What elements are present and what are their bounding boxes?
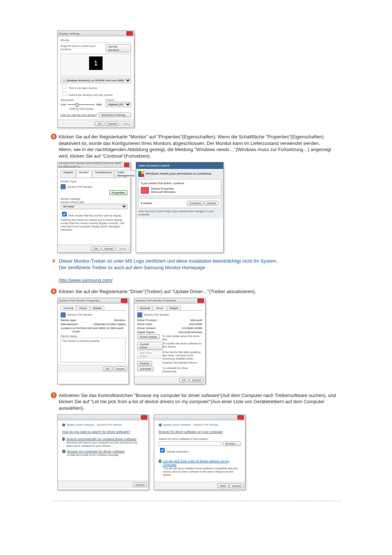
driver-properties-window: Generic PnP Monitor Properties General D… — [134, 298, 205, 384]
subfolders-checkbox[interactable] — [160, 448, 165, 453]
label-main: This is my main monitor — [69, 86, 97, 90]
refresh-dropdown[interactable]: 60 Hertz — [61, 204, 127, 209]
prov-label: Driver Provider: — [137, 319, 158, 322]
main-monitor-checkbox — [62, 84, 67, 89]
next-button[interactable]: Next — [217, 483, 228, 488]
tab-color-mgmt[interactable]: Color Management — [115, 170, 137, 178]
wizard-heading: Browse for driver software on your compu… — [159, 430, 241, 434]
date-value: 6/21/2006 — [189, 323, 202, 326]
rollback-button[interactable]: Roll Back Driver — [137, 351, 163, 358]
device-name: Generic PnP Monitor — [144, 313, 169, 316]
display-dropdown[interactable]: 1. (Multiple Monitors) on NVIDIA GeForce… — [61, 78, 131, 83]
uninstall-button[interactable]: Uninstall — [137, 366, 154, 371]
ver-value: 6.0.6000.16386 — [182, 327, 202, 330]
path-label: Search for driver software in this locat… — [159, 437, 241, 441]
tab-monitor[interactable]: Monitor — [77, 170, 91, 178]
browse-button[interactable]: Browse… — [223, 441, 241, 446]
breadcrumb: ⬤ Update Driver Software - Generic PnP M… — [159, 423, 241, 426]
hide-description: Clearing this check box allows you to se… — [61, 218, 127, 231]
ok-button[interactable]: OK — [95, 121, 104, 126]
tab-adapter[interactable]: Adapter — [61, 170, 76, 178]
dt-value: Monitors — [114, 319, 126, 322]
cancel-button[interactable]: Cancel — [189, 378, 204, 382]
mf-label: Manufacturer: — [61, 323, 78, 326]
tab-driver[interactable]: Driver — [153, 306, 166, 310]
ok-button[interactable]: OK — [91, 246, 101, 251]
subf-label: Include subfolders — [167, 450, 189, 453]
extend-checkbox — [62, 91, 67, 96]
ok-button[interactable]: OK — [103, 366, 112, 371]
section-monitor-settings: Monitor Settings — [61, 197, 127, 200]
uac-started: If you started this action, continue. — [141, 182, 219, 185]
close-icon[interactable] — [197, 299, 204, 303]
step6-text: Klicken Sie auf der Registerkarte "Drive… — [59, 288, 341, 295]
close-icon[interactable] — [237, 415, 244, 420]
res-label: Resolution: — [61, 98, 102, 102]
label-extend: Extend the desktop onto this monitor — [69, 93, 113, 97]
path-input[interactable] — [159, 441, 221, 446]
arrow-icon: → — [159, 459, 162, 463]
shield-icon — [138, 171, 144, 177]
cancel-button[interactable]: Cancel — [105, 121, 119, 126]
disable-button[interactable]: Disable — [137, 361, 152, 366]
res-value: 1280 by 1024 pixels — [61, 107, 102, 110]
option-pick-list[interactable]: Let me pick from a list of device driver… — [163, 459, 241, 477]
note-text: Dieser Monitor-Treiber ist unter MS Logo… — [59, 258, 341, 283]
samsung-link[interactable]: http://www.samsung.com/ — [59, 278, 113, 283]
properties-button[interactable]: Properties — [109, 190, 127, 195]
device-name: Generic PnP Monitor — [67, 313, 92, 316]
hide-modes-checkbox[interactable] — [62, 212, 67, 216]
sig-value: microsoft windows — [179, 331, 202, 334]
cancel-button[interactable]: Cancel — [229, 483, 244, 488]
apply-button[interactable]: Apply — [120, 121, 132, 126]
update-wizard-browse: ⬤ Update Driver Software - Generic PnP M… — [154, 414, 245, 490]
step7-icon: 7 — [51, 392, 57, 398]
close-icon[interactable] — [121, 299, 127, 303]
res-low: Low — [61, 103, 66, 106]
section-monitor-type: Monitor Type — [61, 180, 127, 183]
cancel-button[interactable]: Cancel — [133, 482, 147, 487]
menu: Monitor — [61, 39, 131, 43]
tab-details[interactable]: Details — [90, 306, 104, 310]
identify-button[interactable]: Identify Monitors — [106, 44, 131, 52]
option-browse[interactable]: Browse my computer for driver softwareLo… — [67, 450, 125, 457]
details-label[interactable]: Details — [143, 202, 152, 205]
chevron-down-icon[interactable]: ▾ — [141, 202, 142, 205]
resolution-slider[interactable] — [68, 104, 95, 105]
tab-troubleshoot[interactable]: Troubleshoot — [92, 170, 114, 178]
tab-general[interactable]: General — [137, 306, 152, 310]
monitor-icon — [61, 184, 66, 189]
close-icon[interactable] — [141, 415, 147, 420]
step6-icon: 6 — [51, 288, 57, 294]
uac-app: Device Properties — [151, 187, 175, 190]
step5-icon: 5 — [51, 134, 57, 139]
colors-dropdown[interactable]: Highest (32 bit) — [106, 102, 131, 107]
continue-button[interactable]: Continue — [187, 201, 204, 206]
uac-publisher: Microsoft Windows — [151, 190, 175, 194]
advanced-button[interactable]: Advanced Settings… — [99, 113, 131, 117]
apply-button[interactable]: Apply — [117, 246, 129, 251]
breadcrumb: ⬤ Update Driver Software - Generic PnP M… — [62, 423, 144, 426]
tab-general[interactable]: General — [61, 306, 76, 310]
monitor-icon: 1 — [89, 56, 103, 70]
help-link[interactable]: How do I get the best display? — [61, 113, 97, 117]
refresh-label: Screen refresh rate: — [61, 200, 127, 204]
close-icon[interactable] — [124, 163, 129, 167]
cancel-button[interactable]: Cancel — [113, 366, 127, 371]
cancel-button[interactable]: Cancel — [102, 246, 116, 251]
drag-text: Drag the icons to match your monitors. — [61, 44, 106, 51]
close-icon[interactable] — [126, 31, 133, 36]
tab-details[interactable]: Details — [167, 306, 181, 310]
update-wizard-search: ⬤ Update Driver Software - Generic PnP M… — [57, 414, 149, 490]
display-settings-window: Display Settings Monitor Drag the icons … — [57, 31, 134, 128]
tab-driver[interactable]: Driver — [77, 306, 89, 310]
driver-details-button[interactable]: Driver Details — [137, 335, 160, 339]
update-driver-button[interactable]: Update Driver… — [137, 342, 163, 350]
ok-button[interactable]: OK — [179, 378, 189, 382]
cancel-button[interactable]: Cancel — [204, 201, 219, 206]
wizard-heading: How do you want to search for driver sof… — [62, 430, 144, 434]
window-title: Display Settings — [59, 32, 79, 35]
window-title: Generic PnP Monitor and NVIDIA GeForce 6… — [59, 162, 124, 168]
monitor-properties-window: Generic PnP Monitor and NVIDIA GeForce 6… — [57, 162, 131, 253]
option-auto[interactable]: Search automatically for updated driver … — [66, 437, 144, 447]
